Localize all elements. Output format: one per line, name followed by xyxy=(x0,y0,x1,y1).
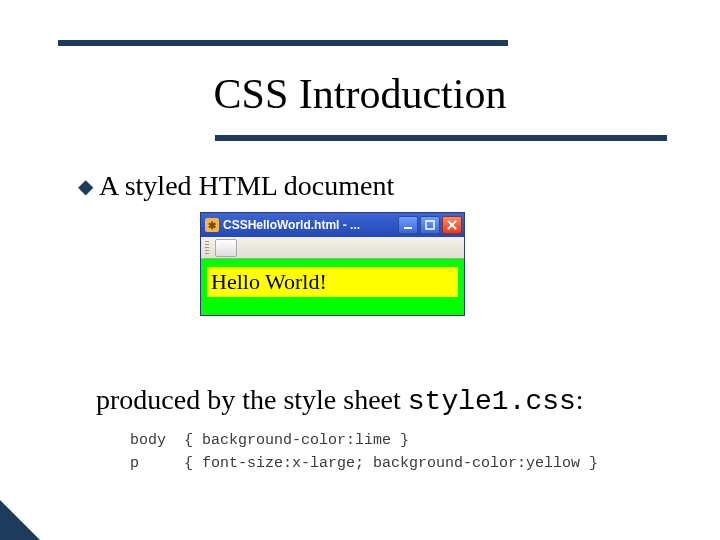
bullet-text: A styled HTML document xyxy=(99,170,394,202)
minimize-button[interactable] xyxy=(398,216,418,234)
svg-rect-0 xyxy=(404,227,412,229)
mid-rule xyxy=(215,135,667,141)
browser-viewport: Hello World! xyxy=(201,259,464,315)
page-paragraph: Hello World! xyxy=(207,267,458,297)
corner-accent-icon xyxy=(0,500,40,540)
window-title: CSSHelloWorld.html - ... xyxy=(223,218,398,232)
browser-window: ✱ CSSHelloWorld.html - ... Hello World! xyxy=(200,212,465,316)
code-line-1: body { background-color:lime } xyxy=(130,432,409,449)
bullet-line: ◆ A styled HTML document xyxy=(78,170,394,202)
produced-by-line: produced by the style sheet style1.css: xyxy=(96,384,584,417)
app-icon: ✱ xyxy=(205,218,219,232)
code-line-2: p { font-size:x-large; background-color:… xyxy=(130,455,598,472)
window-toolbar xyxy=(201,237,464,259)
svg-rect-1 xyxy=(426,221,434,229)
top-rule xyxy=(58,40,508,46)
window-titlebar: ✱ CSSHelloWorld.html - ... xyxy=(201,213,464,237)
stylesheet-filename: style1.css xyxy=(408,386,576,417)
toolbar-grip-icon xyxy=(205,241,209,255)
window-buttons xyxy=(398,216,462,234)
produced-suffix: : xyxy=(576,384,584,415)
close-button[interactable] xyxy=(442,216,462,234)
css-code-block: body { background-color:lime } p { font-… xyxy=(130,430,598,475)
toolbar-button[interactable] xyxy=(215,239,237,257)
produced-prefix: produced by the style sheet xyxy=(96,384,408,415)
slide-title: CSS Introduction xyxy=(0,70,720,118)
diamond-bullet-icon: ◆ xyxy=(78,176,93,196)
maximize-button[interactable] xyxy=(420,216,440,234)
